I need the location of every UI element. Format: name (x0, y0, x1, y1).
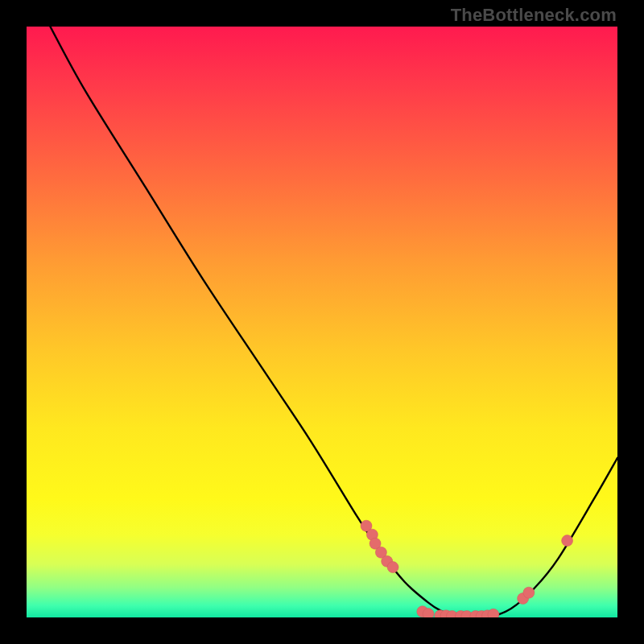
chart-frame: TheBottleneck.com (0, 0, 644, 644)
data-marker (423, 609, 434, 617)
plot-area (27, 27, 617, 617)
bottleneck-curve (50, 27, 617, 617)
chart-overlay (27, 27, 617, 617)
data-marker (387, 562, 398, 573)
data-marker (562, 535, 573, 547)
data-marker (523, 587, 535, 598)
data-marker (488, 609, 499, 617)
marker-group (361, 520, 573, 617)
watermark-text: TheBottleneck.com (451, 5, 617, 26)
